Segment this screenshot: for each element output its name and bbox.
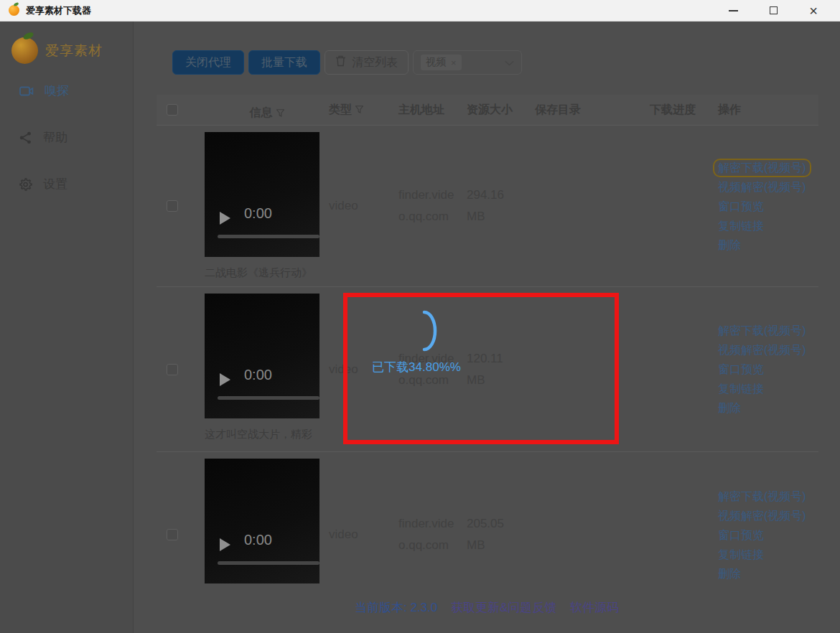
type-cell: video [329, 199, 398, 213]
clear-list-label: 清空列表 [352, 55, 398, 70]
video-progress-bar[interactable] [218, 396, 319, 400]
toolbar: 关闭代理 批量下载 清空列表 视频 × [172, 50, 522, 75]
video-duration: 0:00 [244, 205, 272, 222]
sidebar-logo: 爱享素材 [11, 37, 103, 64]
filter-funnel-icon[interactable] [355, 103, 363, 116]
type-cell: video [329, 528, 398, 542]
sidebar-item-settings[interactable]: 设置 [19, 176, 67, 192]
window-controls: × [725, 3, 831, 19]
main-panel: 关闭代理 批量下载 清空列表 视频 × [134, 22, 840, 633]
maximize-button[interactable] [765, 3, 781, 19]
video-progress-bar[interactable] [218, 561, 319, 565]
close-proxy-button[interactable]: 关闭代理 [172, 50, 244, 75]
sidebar-item-help[interactable]: 帮助 [19, 129, 67, 146]
size-cell: 120.11 MB [467, 348, 514, 391]
download-progress-text: 已下载34.80%% [369, 359, 464, 375]
video-thumbnail[interactable]: 0:00 [205, 459, 319, 583]
action-delete[interactable]: 删除 [718, 568, 741, 580]
clear-list-button[interactable]: 清空列表 [325, 50, 409, 75]
filter-tag-label: 视频 [426, 56, 446, 69]
select-all-checkbox[interactable] [167, 104, 178, 116]
video-duration: 0:00 [244, 532, 272, 548]
host-cell: finder.video.qq.com [398, 184, 454, 228]
header-info: 信息 [250, 106, 273, 121]
action-window-preview[interactable]: 窗口预览 [718, 200, 764, 212]
downloads-table: 信息 类型 主机地址 资源大小 保存目录 下载进度 [157, 95, 818, 617]
sidebar-item-label: 设置 [43, 176, 67, 192]
minimize-button[interactable] [725, 3, 741, 19]
action-window-preview[interactable]: 窗口预览 [718, 529, 764, 541]
sidebar-item-label: 帮助 [43, 129, 67, 146]
gear-icon [19, 178, 32, 191]
header-save-dir: 保存目录 [535, 103, 581, 118]
share-icon [19, 131, 32, 144]
action-video-decrypt[interactable]: 视频解密(视频号) [718, 510, 806, 522]
sidebar-item-label: 嗅探 [45, 83, 69, 99]
batch-download-button[interactable]: 批量下载 [248, 50, 320, 75]
action-decrypt-download[interactable]: 解密下载(视频号) [713, 159, 811, 177]
host-cell: finder.video.qq.com [398, 513, 454, 556]
action-decrypt-download[interactable]: 解密下载(视频号) [718, 490, 806, 502]
sidebar-item-sniff[interactable]: 嗅探 [19, 83, 69, 99]
footer: 当前版本: 2.3.0 获取更新&问题反馈 软件源码 [134, 599, 840, 616]
action-delete[interactable]: 删除 [718, 239, 741, 251]
action-copy-link[interactable]: 复制链接 [718, 548, 764, 561]
tag-close-icon[interactable]: × [451, 57, 457, 68]
action-window-preview[interactable]: 窗口预览 [718, 363, 764, 375]
row-checkbox[interactable] [167, 200, 178, 212]
minimize-icon [729, 10, 738, 11]
video-caption: 这才叫空战大片，精彩 [205, 428, 324, 441]
filter-funnel-icon[interactable] [276, 107, 284, 120]
size-cell: 294.16 MB [467, 184, 514, 228]
close-icon: × [809, 4, 818, 18]
header-type: 类型 [329, 103, 352, 118]
filter-tag: 视频 × [421, 55, 462, 70]
table-row: 0:00 二战电影《逃兵行动》 video finder.video.qq.co… [157, 126, 818, 287]
header-progress: 下载进度 [650, 103, 696, 118]
video-progress-bar[interactable] [218, 235, 319, 238]
source-code-link[interactable]: 软件源码 [570, 601, 619, 614]
action-video-decrypt[interactable]: 视频解密(视频号) [718, 344, 806, 356]
action-copy-link[interactable]: 复制链接 [718, 220, 764, 232]
video-thumbnail[interactable]: 0:00 [205, 294, 319, 418]
header-host: 主机地址 [398, 103, 444, 118]
sidebar-logo-text: 爱享素材 [45, 42, 103, 60]
table-row: 0:00 video finder.video.qq.com 205.05 MB… [157, 452, 818, 617]
action-decrypt-download[interactable]: 解密下载(视频号) [718, 324, 806, 337]
row-checkbox[interactable] [167, 529, 178, 540]
action-video-decrypt[interactable]: 视频解密(视频号) [718, 181, 806, 193]
video-caption: 二战电影《逃兵行动》 [205, 266, 324, 280]
video-thumbnail[interactable]: 0:00 [205, 132, 319, 257]
play-icon[interactable] [220, 373, 230, 386]
version-link[interactable]: 当前版本: 2.3.0 [355, 601, 437, 614]
action-copy-link[interactable]: 复制链接 [718, 383, 764, 395]
app-logo-icon [9, 5, 19, 16]
action-delete[interactable]: 删除 [718, 402, 741, 414]
header-actions: 操作 [718, 103, 741, 118]
trash-icon [335, 55, 346, 70]
app-body: 爱享素材 嗅探 [0, 22, 840, 633]
play-icon[interactable] [220, 538, 230, 551]
maximize-icon [770, 6, 778, 14]
orange-logo-icon [11, 37, 38, 64]
table-header-row: 信息 类型 主机地址 资源大小 保存目录 下载进度 [157, 95, 818, 126]
size-cell: 205.05 MB [467, 513, 514, 556]
play-icon[interactable] [220, 212, 230, 225]
filter-select[interactable]: 视频 × [413, 50, 522, 75]
loading-spinner-icon [422, 310, 439, 355]
header-size: 资源大小 [467, 103, 513, 118]
video-camera-icon [19, 85, 34, 97]
app-window: 爱享素材下载器 × 爱享素材 嗅探 [0, 0, 840, 633]
chevron-down-icon [505, 56, 514, 69]
title-bar: 爱享素材下载器 × [0, 0, 840, 22]
close-button[interactable]: × [806, 3, 821, 19]
sidebar: 爱享素材 嗅探 [0, 22, 134, 633]
table-row: 0:00 这才叫空战大片，精彩 video finder.video.qq.co… [157, 287, 818, 452]
window-title: 爱享素材下载器 [26, 4, 91, 17]
video-duration: 0:00 [244, 367, 272, 383]
row-checkbox[interactable] [167, 364, 178, 375]
update-feedback-link[interactable]: 获取更新&问题反馈 [451, 601, 556, 614]
